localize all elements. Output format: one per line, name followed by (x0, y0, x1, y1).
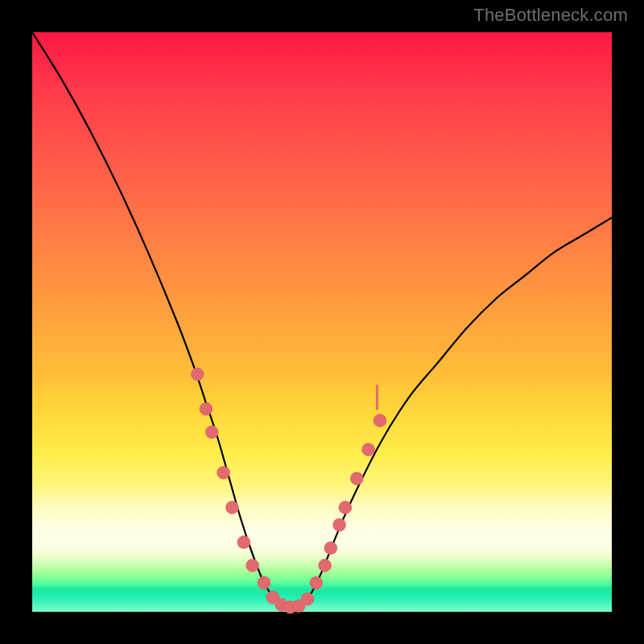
data-point (333, 518, 346, 531)
data-point (200, 402, 213, 415)
watermark-text: TheBottleneck.com (473, 5, 628, 26)
data-point (237, 536, 250, 549)
data-point (191, 368, 204, 381)
data-point (339, 501, 352, 514)
data-point (362, 443, 375, 456)
chart-frame: TheBottleneck.com (0, 0, 644, 644)
bottleneck-curve (32, 32, 612, 609)
data-point (374, 414, 386, 427)
data-point (324, 542, 337, 555)
data-point (225, 501, 238, 514)
data-point (310, 576, 323, 589)
data-point (301, 592, 314, 605)
data-point (350, 472, 363, 485)
data-point (217, 466, 230, 479)
chart-overlay (32, 32, 612, 612)
data-point (205, 426, 218, 439)
data-point (246, 559, 259, 572)
data-point (258, 576, 270, 589)
data-point (319, 559, 332, 572)
